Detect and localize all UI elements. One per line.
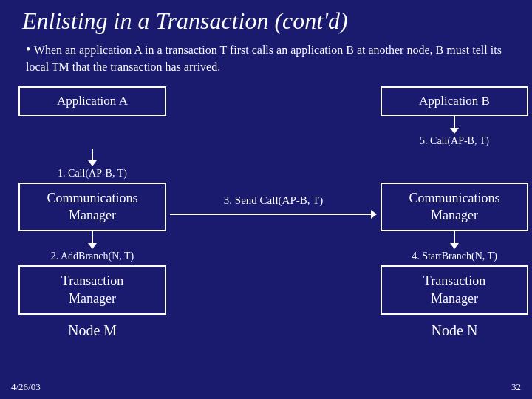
top-row: Application A Application B 5. Call(AP-B… bbox=[15, 86, 532, 149]
bullet-text: When an application A in a transaction T… bbox=[26, 41, 517, 76]
tm-right-box: TransactionManager bbox=[381, 265, 528, 315]
page-number: 32 bbox=[511, 381, 521, 393]
start-branch-arrow bbox=[450, 231, 459, 249]
add-branch-arrow bbox=[88, 231, 97, 249]
slide: Enlisting in a Transaction (cont'd) When… bbox=[0, 0, 532, 399]
call1-arrow bbox=[88, 149, 97, 166]
arrow-head-3 bbox=[450, 243, 459, 249]
start-branch-label: 4. StartBranch(N, T) bbox=[412, 250, 497, 262]
node-n-label: Node N bbox=[432, 322, 478, 338]
arrow-right bbox=[371, 210, 377, 219]
node-m-label: Node M bbox=[68, 322, 117, 338]
v-line-1 bbox=[92, 149, 93, 160]
comm-manager-right-box: CommunicationsManager bbox=[381, 183, 528, 232]
v-line-2 bbox=[92, 231, 93, 243]
app-b-label: Application B bbox=[419, 94, 490, 108]
arrow-head-2 bbox=[88, 243, 97, 249]
add-branch-label: 2. AddBranch(N, T) bbox=[51, 250, 134, 262]
slide-title: Enlisting in a Transaction (cont'd) bbox=[22, 7, 517, 35]
diagram: Application A Application B 5. Call(AP-B… bbox=[15, 86, 532, 340]
arrow-head bbox=[450, 128, 459, 134]
v-line-3 bbox=[454, 231, 455, 243]
arrow-head-1 bbox=[88, 160, 97, 166]
call5-label: 5. Call(AP-B, T) bbox=[420, 135, 489, 147]
app-a-label: Application A bbox=[57, 94, 128, 108]
footer-date: 4/26/03 bbox=[11, 381, 41, 393]
call5-arrow bbox=[450, 116, 459, 134]
call1-label: 1. Call(AP-B, T) bbox=[58, 168, 127, 180]
app-b-box: Application B bbox=[381, 86, 528, 116]
v-line bbox=[454, 116, 455, 128]
comm-manager-left-box: CommunicationsManager bbox=[18, 183, 166, 232]
app-a-box: Application A bbox=[18, 86, 166, 116]
send-call-label: 3. Send Call(AP-B, T) bbox=[224, 194, 323, 207]
tm-left-box: TransactionManager bbox=[18, 265, 166, 315]
horiz-line bbox=[170, 214, 371, 215]
